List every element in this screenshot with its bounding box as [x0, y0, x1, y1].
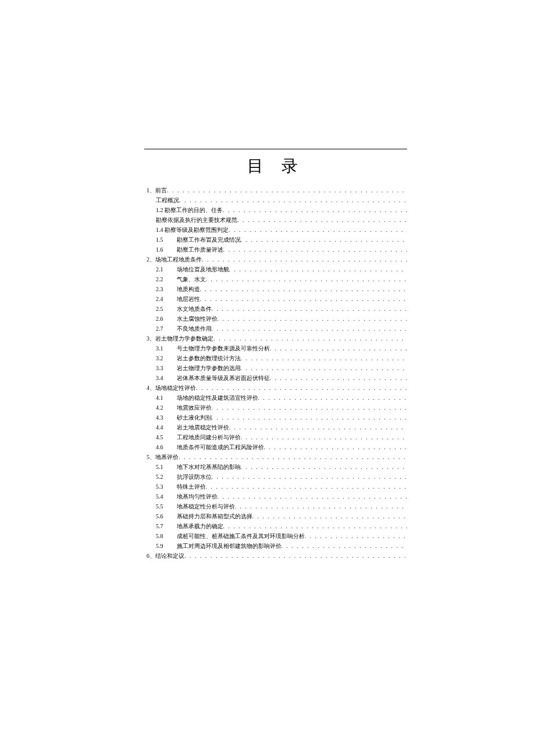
toc-entry-text: 地震效应评价 — [177, 403, 212, 413]
toc-entry-text: 场地的稳定性及建筑适宜性评价 — [177, 393, 258, 403]
toc-entry-text: 地质条件可能造成的工程风险评价 — [177, 442, 264, 452]
table-of-contents: 1、前言工程概况1.2 勘察工作的目的、任务勘察依据及执行的主要技术规范1.4 … — [144, 185, 407, 561]
toc-entry-text: 水文地质条件 — [177, 304, 212, 314]
toc-entry: 2.6 水土腐蚀性评价 — [156, 314, 407, 324]
toc-entry-number: 3、 — [147, 334, 155, 343]
toc-entry: 3、岩土物理力学参数确定 — [147, 334, 407, 343]
toc-entry: 4.1 场地的稳定性及建筑适宜性评价 — [156, 393, 407, 403]
toc-entry-text: 基础持力层和基箱型式的选择 — [177, 511, 252, 521]
toc-entry-text: 地下水对坨基基陷的影响 — [177, 462, 241, 472]
toc-dots — [241, 353, 408, 363]
toc-entry-text: 勘察工作质量评述 — [177, 245, 223, 255]
toc-dots — [200, 284, 408, 294]
toc-entry-text: 抗浮设防水位 — [177, 472, 212, 482]
toc-entry-text: 地基均匀性评价 — [177, 492, 217, 501]
toc-dots — [229, 225, 407, 235]
toc-entry-number: 3.1 — [156, 343, 172, 353]
toc-dots — [196, 383, 407, 393]
toc-entry-number: 4.6 — [156, 442, 172, 452]
toc-entry-text: 施工对周边环境及相邻建筑物的影响评价 — [177, 541, 281, 551]
toc-dots — [179, 452, 407, 462]
toc-title: 目 录 — [144, 155, 407, 177]
toc-dots — [217, 314, 408, 324]
toc-entry-text: 前言 — [155, 185, 167, 195]
toc-entry-text: 岩土物理力学参数的选用 — [177, 363, 241, 373]
toc-dots — [241, 432, 408, 442]
toc-entry-number: 1.6 — [156, 245, 172, 255]
toc-entry: 5.3 特殊土评价 — [156, 482, 407, 492]
toc-entry-text: 水土腐蚀性评价 — [177, 314, 217, 324]
toc-entry-number: 2.4 — [156, 294, 172, 304]
toc-dots — [200, 294, 408, 304]
toc-entry-text: 岩土地震稳定性评价 — [177, 422, 229, 432]
toc-entry-number: 4.2 — [156, 403, 172, 413]
toc-entry-text: 场地工程地质条件 — [155, 255, 202, 264]
horizontal-rule — [144, 149, 407, 149]
toc-entry-text: 勘察依据及执行的主要技术规范 — [156, 215, 237, 225]
toc-entry-number: 5.7 — [156, 521, 172, 531]
toc-entry: 4.2 地震效应评价 — [156, 403, 407, 413]
toc-entry-number: 2.1 — [156, 264, 172, 274]
toc-entry-number: 2.7 — [156, 324, 172, 334]
toc-dots — [258, 393, 408, 403]
toc-entry: 2.7 不良地质作用 — [156, 324, 407, 334]
toc-dots — [212, 403, 408, 413]
toc-entry: 2、场地工程地质条件 — [147, 255, 407, 264]
toc-dots — [212, 324, 408, 334]
toc-entry-text: 工程概况 — [156, 195, 179, 205]
toc-entry-number: 4.1 — [156, 393, 172, 403]
toc-dots — [206, 274, 408, 284]
toc-entry: 6、结论和定议 — [147, 551, 407, 561]
toc-dots — [252, 511, 408, 521]
toc-entry-number: 2.2 — [156, 274, 172, 284]
toc-entry-text: 岩体基本质量等级及基岩面起伏特征 — [177, 373, 270, 383]
toc-entry: 3.3 岩土物理力学参数的选用 — [156, 363, 407, 373]
toc-dots — [212, 413, 408, 422]
toc-dots — [184, 551, 407, 561]
toc-entry-number: 6、 — [147, 551, 155, 561]
toc-entry-text: 砂土液化判别 — [177, 413, 212, 422]
toc-entry: 2.2 气象、水文 — [156, 274, 407, 284]
toc-dots — [223, 205, 407, 215]
toc-entry-text: 地基评价 — [155, 452, 179, 462]
toc-entry-number: 5.2 — [156, 472, 172, 482]
toc-dots — [179, 195, 407, 205]
toc-entry: 2.5 水文地质条件 — [156, 304, 407, 314]
toc-entry: 4.3 砂土液化判别 — [156, 413, 407, 422]
toc-entry-number: 5、 — [147, 452, 155, 462]
toc-entry-number: 4.5 — [156, 432, 172, 442]
toc-entry-number: 5.1 — [156, 462, 172, 472]
toc-dots — [217, 492, 408, 501]
toc-entry: 4.6 地质条件可能造成的工程风险评价 — [156, 442, 407, 452]
toc-entry-number: 4.3 — [156, 413, 172, 422]
toc-entry-text: 不良地质作用 — [177, 324, 212, 334]
toc-entry: 5.7 地基承载力的确定 — [156, 521, 407, 531]
toc-entry-text: 岩土物理力学参数确定 — [155, 334, 213, 343]
toc-entry-text: 号土物理力学参数来源及可靠性分析 — [177, 343, 270, 353]
toc-entry: 5.8 成桩可能性、桩基础施工条件及其对环境影响分析 — [156, 531, 407, 541]
toc-entry-number: 4、 — [147, 383, 155, 393]
toc-entry-number: 3.3 — [156, 363, 172, 373]
toc-entry-text: 地基承载力的确定 — [177, 521, 223, 531]
toc-entry: 5.9 施工对周边环境及相邻建筑物的影响评价 — [156, 541, 407, 551]
toc-dots — [241, 235, 408, 245]
toc-entry: 工程概况 — [156, 195, 407, 205]
toc-entry-text: 岩土参数的数理统计方法 — [177, 353, 241, 363]
toc-dots — [202, 255, 407, 264]
toc-dots — [212, 472, 408, 482]
toc-dots — [213, 334, 407, 343]
toc-dots — [237, 215, 407, 225]
toc-entry-text: 1.2 勘察工作的目的、任务 — [156, 205, 223, 215]
toc-entry: 1.2 勘察工作的目的、任务 — [156, 205, 407, 215]
toc-entry: 2.4 地层岩性 — [156, 294, 407, 304]
toc-entry-text: 地质构造 — [177, 284, 200, 294]
toc-dots — [229, 422, 408, 432]
toc-entry: 5.5 地基稳定性分析与评价 — [156, 501, 407, 511]
toc-entry-text: 特殊土评价 — [177, 482, 206, 492]
document-page: 目 录 1、前言工程概况1.2 勘察工作的目的、任务勘察依据及执行的主要技术规范… — [0, 0, 535, 756]
toc-entry: 3.1 号土物理力学参数来源及可靠性分析 — [156, 343, 407, 353]
toc-dots — [212, 304, 408, 314]
toc-entry-number: 5.8 — [156, 531, 172, 541]
toc-dots — [241, 363, 408, 373]
toc-entry-text: 成桩可能性、桩基础施工条件及其对环境影响分析 — [177, 531, 305, 541]
